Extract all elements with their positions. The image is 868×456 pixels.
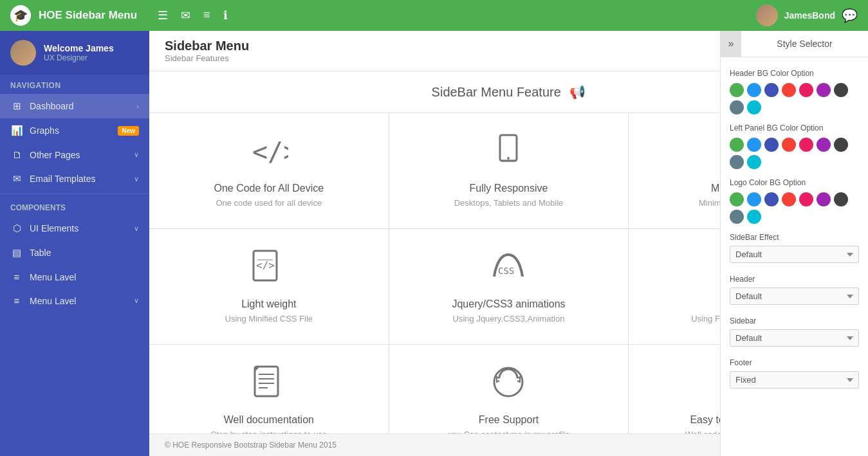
sidebar: Welcome James UX Designer Navigation ⊞ D… — [0, 31, 149, 456]
color-dot-cyan[interactable] — [747, 100, 761, 114]
responsive-title: Fully Responsive — [470, 183, 548, 194]
sidebar-item-menu-level-2[interactable]: ≡ Menu Lavel ∨ — [0, 289, 149, 313]
top-header: 🎓 HOE Sidebar Menu ☰ ✉ ≡ ℹ JamesBond 💬 — [0, 0, 868, 31]
sidebar-item-other-pages[interactable]: 🗋 Other Pages ∨ — [0, 143, 149, 167]
dashboard-label: Dashboard — [30, 101, 136, 111]
app-title: HOE Sidebar Menu — [39, 9, 137, 22]
sidebar-item-dashboard[interactable]: ⊞ Dashboard › — [0, 94, 149, 118]
header-select-label: Header — [730, 275, 859, 284]
lightweight-title: Light weight — [241, 298, 296, 310]
lp-color-dot-purple[interactable] — [817, 138, 831, 152]
left-panel-color-dots — [730, 138, 859, 169]
color-dot-green[interactable] — [730, 83, 744, 97]
color-dot-slate[interactable] — [730, 100, 744, 114]
style-selector-title: Style Selector — [741, 32, 868, 55]
svg-rect-15 — [255, 367, 278, 396]
email-templates-label: Email Templates — [30, 174, 134, 184]
logo-color-dot-blue[interactable] — [747, 192, 761, 206]
menu-level-2-label: Menu Lavel — [30, 296, 134, 306]
feature-card-lightweight: </> Light weight Using Minified CSS File — [149, 229, 389, 344]
lp-color-dot-indigo[interactable] — [764, 138, 779, 152]
header-right: JamesBond 💬 — [756, 5, 858, 26]
footer-select-label: Footer — [730, 358, 859, 367]
jquery-title: Jquery/CSS3 animations — [452, 298, 565, 310]
color-dot-purple[interactable] — [817, 83, 831, 97]
footer-select[interactable]: Fixed — [730, 371, 859, 388]
svg-text:</>: </> — [252, 137, 288, 167]
sidebar-select[interactable]: Default — [730, 329, 859, 347]
sidebar-item-ui-elements[interactable]: ⬡ UI Elements ∨ — [0, 216, 149, 241]
chevron-down-icon-2: ∨ — [134, 175, 139, 183]
ui-elements-label: UI Elements — [30, 223, 134, 233]
svg-text:</>: </> — [256, 259, 275, 271]
style-selector-toggle[interactable]: » — [721, 31, 741, 57]
feature-card-responsive: Fully Responsive Desktops, Tablets and M… — [389, 113, 629, 228]
header-color-dots — [730, 83, 859, 114]
logo-color-dot-purple[interactable] — [817, 192, 831, 206]
lp-color-dot-pink[interactable] — [799, 138, 813, 152]
sidebar-avatar — [10, 40, 36, 66]
logo-color-dot-slate[interactable] — [730, 210, 744, 224]
header-icons: ☰ ✉ ≡ ℹ — [158, 8, 228, 23]
responsive-subtitle: Desktops, Tablets and Mobile — [454, 198, 564, 208]
logo-color-dot-red[interactable] — [782, 192, 796, 206]
logo-color-dot-dark[interactable] — [834, 192, 848, 206]
info-icon[interactable]: ℹ — [223, 8, 228, 23]
jquery-subtitle: Using Jquery,CSS3,Animation — [453, 314, 565, 324]
color-dot-red[interactable] — [782, 83, 796, 97]
chevron-down-icon-3: ∨ — [134, 224, 139, 233]
svg-text:CSS: CSS — [498, 266, 514, 276]
lp-color-dot-green[interactable] — [730, 138, 744, 152]
docs-icon — [251, 365, 287, 405]
one-code-subtitle: One code used for all device — [216, 198, 322, 208]
menu-level-1-icon: ≡ — [10, 271, 23, 282]
color-dot-dark[interactable] — [834, 83, 848, 97]
avatar — [756, 5, 778, 26]
sidebar-select-label: Sidebar — [730, 316, 859, 325]
support-icon — [490, 365, 526, 405]
logo-color-dots — [730, 192, 859, 224]
dashboard-icon: ⊞ — [10, 100, 23, 112]
main-content: Sidebar Menu Sidebar Features SideBar Me… — [149, 31, 868, 456]
lightweight-icon: </> — [251, 250, 287, 289]
graphs-icon: 📊 — [10, 125, 23, 136]
lp-color-dot-dark[interactable] — [834, 138, 848, 152]
user-name-label: JamesBond — [784, 10, 835, 21]
menu-level-2-icon: ≡ — [10, 295, 23, 306]
menu-level-1-label: Menu Lavel — [30, 272, 139, 282]
sidebar-item-table[interactable]: ▤ Table — [0, 241, 149, 265]
double-chevron-icon: » — [728, 38, 734, 50]
lp-color-dot-red[interactable] — [782, 138, 796, 152]
one-code-title: One Code for All Device — [214, 183, 324, 194]
lp-color-dot-cyan[interactable] — [747, 155, 761, 169]
sidebar-user: Welcome James UX Designer — [0, 31, 149, 75]
sidebar-item-graphs[interactable]: 📊 Graphs New — [0, 118, 149, 143]
sidebar-item-email-templates[interactable]: ✉ Email Templates ∨ — [0, 167, 149, 191]
logo-color-dot-cyan[interactable] — [747, 210, 761, 224]
header-select[interactable]: Default — [730, 287, 859, 305]
lp-color-dot-slate[interactable] — [730, 155, 744, 169]
logo-color-dot-green[interactable] — [730, 192, 744, 206]
style-selector-body: Header BG Color Option Left Panel BG Col… — [721, 57, 868, 456]
left-panel-label: Left Panel BG Color Option — [730, 123, 859, 132]
email-icon[interactable]: ✉ — [181, 8, 190, 23]
megaphone-icon: 📢 — [569, 85, 586, 99]
responsive-icon — [492, 134, 524, 174]
color-dot-pink[interactable] — [799, 83, 813, 97]
graphs-badge: New — [118, 126, 139, 136]
color-dot-blue[interactable] — [747, 83, 761, 97]
email-templates-icon: ✉ — [10, 173, 23, 185]
components-label: Components — [0, 197, 149, 216]
header-left: 🎓 HOE Sidebar Menu ☰ ✉ ≡ ℹ — [10, 5, 228, 26]
menu-icon[interactable]: ☰ — [158, 8, 168, 23]
logo-color-dot-pink[interactable] — [799, 192, 813, 206]
logo-color-dot-indigo[interactable] — [764, 192, 779, 206]
lp-color-dot-blue[interactable] — [747, 138, 761, 152]
color-dot-indigo[interactable] — [764, 83, 779, 97]
chat-icon[interactable]: 💬 — [842, 8, 858, 23]
footer-text: © HOE Responsive Bootstrap Sidebar Menu … — [165, 441, 337, 450]
list-icon[interactable]: ≡ — [203, 8, 210, 23]
sidebar-item-menu-level-1[interactable]: ≡ Menu Lavel — [0, 265, 149, 289]
sidebar-effect-select[interactable]: Default — [730, 246, 859, 263]
other-pages-label: Other Pages — [30, 150, 134, 160]
